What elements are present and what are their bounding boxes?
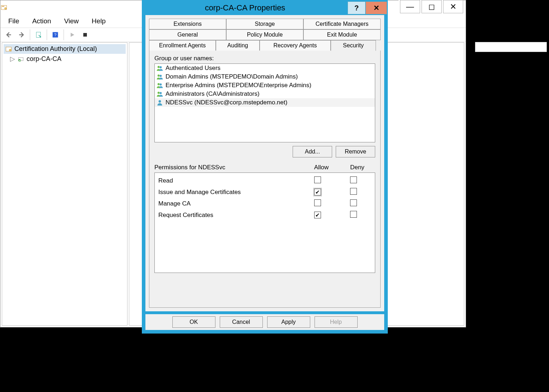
menu-help[interactable]: Help — [87, 16, 111, 27]
bg-minimize-button[interactable]: — — [400, 0, 420, 13]
tab-security[interactable]: Security — [331, 40, 376, 51]
menu-file[interactable]: File — [3, 16, 24, 27]
permission-row: Manage CA — [158, 198, 371, 209]
add-button[interactable]: Add... — [293, 146, 332, 157]
principal-item[interactable]: Administrators (CA\Administrators) — [155, 90, 375, 98]
svg-point-2 — [5, 8, 6, 9]
dialog-titlebar[interactable]: corp-CA-CA Properties ? ✕ — [143, 1, 387, 15]
ok-button[interactable]: OK — [172, 316, 215, 328]
svg-point-18 — [158, 92, 160, 94]
bg-close-button[interactable]: ✕ — [443, 0, 463, 13]
principal-item[interactable]: Authenticated Users — [155, 64, 375, 72]
arrow-right-icon — [18, 31, 25, 38]
tree-pane[interactable]: Certification Authority (Local) ▷ corp-C… — [2, 42, 127, 326]
separator — [47, 29, 47, 40]
allow-column-label: Allow — [303, 164, 339, 171]
svg-point-19 — [160, 92, 162, 94]
separator — [64, 29, 64, 40]
ca-server-icon — [17, 55, 24, 62]
svg-point-17 — [160, 84, 162, 86]
tab-auditing[interactable]: Auditing — [216, 40, 260, 51]
principal-item[interactable]: Enterprise Admins (MSTEPDEMO\Enterprise … — [155, 81, 375, 90]
svg-point-20 — [159, 100, 161, 103]
tab-extensions[interactable]: Extensions — [149, 19, 226, 29]
dialog-help-button[interactable]: ? — [348, 1, 366, 14]
tree-root[interactable]: Certification Authority (Local) — [4, 44, 126, 54]
menu-view[interactable]: View — [59, 16, 84, 27]
permission-row: Read — [158, 175, 371, 186]
svg-point-12 — [158, 66, 160, 68]
stop-icon — [82, 31, 89, 38]
permissions-header: Permissions for NDESSvc Allow Deny — [154, 164, 375, 171]
cancel-button[interactable]: Cancel — [220, 316, 263, 328]
security-tab-panel: Group or user names: Authenticated Users… — [149, 51, 381, 308]
allow-checkbox[interactable]: ✔ — [314, 189, 321, 195]
tab-general[interactable]: General — [149, 29, 226, 40]
arrow-left-icon — [5, 31, 12, 38]
tab-enrollment-agents[interactable]: Enrollment Agents — [149, 40, 216, 51]
tab-certificate-managers[interactable]: Certificate Managers — [303, 19, 381, 29]
group-icon — [156, 73, 163, 80]
group-icon — [156, 82, 163, 89]
nav-forward-button[interactable] — [15, 29, 28, 41]
separator — [30, 29, 30, 40]
permissions-listbox[interactable]: ReadIssue and Manage Certificates✔Manage… — [154, 173, 375, 273]
tree-expander-icon[interactable]: ▷ — [10, 55, 15, 63]
tab-storage[interactable]: Storage — [226, 19, 303, 29]
properties-dialog: corp-CA-CA Properties ? ✕ Extensions Sto… — [142, 0, 388, 334]
nav-back-button[interactable] — [3, 29, 15, 41]
permission-name: Request Certificates — [158, 212, 299, 219]
tree-child[interactable]: ▷ corp-CA-CA — [4, 54, 126, 64]
apply-button[interactable]: Apply — [267, 316, 310, 328]
background-window-controls: — ◻ ✕ — [399, 0, 463, 14]
actions-pane-sliver — [475, 42, 547, 52]
user-icon — [156, 99, 163, 106]
deny-checkbox[interactable] — [350, 176, 357, 183]
stop-button[interactable] — [79, 29, 91, 41]
dialog-title: corp-CA-CA Properties — [143, 3, 348, 13]
deny-checkbox[interactable] — [350, 188, 357, 195]
svg-point-14 — [158, 75, 160, 77]
principal-item[interactable]: Domain Admins (MSTEPDEMO\Domain Admins) — [155, 72, 375, 81]
deny-checkbox[interactable] — [350, 199, 357, 206]
tab-exit-module[interactable]: Exit Module — [303, 29, 381, 40]
help-button[interactable]: ? — [49, 29, 61, 41]
dialog-close-button[interactable]: ✕ — [366, 1, 387, 14]
svg-rect-7 — [83, 33, 87, 37]
allow-checkbox[interactable] — [314, 176, 321, 183]
principal-label: NDESSvc (NDESSvc@corp.mstepdemo.net) — [166, 99, 287, 106]
deny-checkbox[interactable] — [350, 211, 357, 218]
menu-action[interactable]: Action — [27, 16, 56, 27]
permission-name: Issue and Manage Certificates — [158, 189, 299, 196]
dialog-footer: OK Cancel Apply Help — [143, 314, 387, 333]
principals-listbox[interactable]: Authenticated UsersDomain Admins (MSTEPD… — [154, 63, 375, 142]
group-or-user-label: Group or user names: — [154, 55, 375, 62]
permission-row: Request Certificates✔ — [158, 209, 371, 221]
principal-item[interactable]: NDESSvc (NDESSvc@corp.mstepdemo.net) — [155, 98, 375, 107]
group-icon — [156, 65, 163, 72]
remove-button[interactable]: Remove — [336, 146, 375, 157]
cert-authority-icon — [0, 4, 8, 11]
allow-checkbox[interactable] — [314, 199, 321, 206]
help-button[interactable]: Help — [315, 316, 358, 328]
properties-button[interactable] — [32, 29, 45, 41]
help-icon: ? — [52, 31, 59, 38]
permission-row: Issue and Manage Certificates✔ — [158, 186, 371, 198]
principal-label: Enterprise Admins (MSTEPDEMO\Enterprise … — [166, 82, 311, 89]
permission-name: Read — [158, 177, 299, 184]
dialog-body: Extensions Storage Certificate Managers … — [143, 15, 387, 314]
svg-point-15 — [160, 75, 162, 77]
permissions-for-label: Permissions for NDESSvc — [154, 164, 303, 171]
tab-recovery-agents[interactable]: Recovery Agents — [260, 40, 331, 51]
svg-rect-1 — [2, 6, 4, 7]
tab-policy-module[interactable]: Policy Module — [226, 29, 303, 40]
tree-root-label: Certification Authority (Local) — [14, 45, 97, 53]
allow-checkbox[interactable]: ✔ — [314, 212, 321, 218]
bg-maximize-button[interactable]: ◻ — [422, 0, 442, 13]
cert-authority-icon — [5, 46, 12, 53]
svg-point-9 — [9, 49, 11, 51]
principal-label: Administrators (CA\Administrators) — [166, 90, 260, 98]
deny-column-label: Deny — [339, 164, 375, 171]
page-icon — [35, 31, 42, 38]
play-button[interactable] — [66, 29, 78, 41]
